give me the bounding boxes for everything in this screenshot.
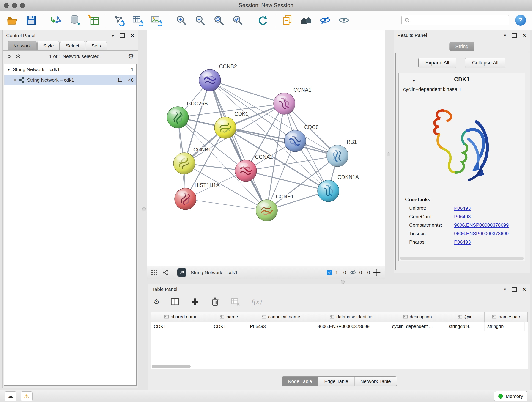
import-table-button[interactable]: [87, 14, 100, 27]
node-label-CDC25B: CDC25B: [187, 101, 208, 107]
cloud-status-button[interactable]: ☁: [5, 391, 17, 401]
network-share-icon[interactable]: [162, 269, 169, 276]
help-button[interactable]: ?: [515, 15, 526, 26]
crosslink-value-link[interactable]: P06493: [454, 214, 471, 219]
collection-count: 1: [131, 67, 133, 72]
panel-close-icon[interactable]: ✕: [130, 33, 134, 38]
close-window-button[interactable]: [4, 3, 9, 8]
hide-selected-button[interactable]: [319, 14, 331, 27]
memory-label: Memory: [506, 394, 523, 399]
zoom-window-button[interactable]: [20, 3, 25, 8]
results-horizontal-scrollbar[interactable]: [400, 257, 524, 260]
network-node-CCNA2[interactable]: [235, 160, 257, 182]
tab-string[interactable]: String: [449, 42, 474, 51]
tree-expand-icon[interactable]: ▼: [7, 68, 11, 71]
network-node-CDC25B[interactable]: [167, 107, 189, 128]
panel-menu-icon[interactable]: ▾: [504, 287, 506, 292]
zoom-in-button[interactable]: [175, 14, 188, 27]
refresh-view-button[interactable]: [256, 14, 269, 27]
tab-sets[interactable]: Sets: [86, 41, 107, 51]
network-options-gear-icon[interactable]: ⚙: [128, 53, 134, 60]
memory-button[interactable]: Memory: [494, 391, 527, 401]
vertical-splitter-handle[interactable]: [142, 207, 146, 211]
results-panel: Results Panel ▾ ✕ String Expand All Coll…: [394, 30, 530, 273]
network-node-CCNB1[interactable]: [173, 153, 195, 174]
table-row[interactable]: CDK1CDK1P064939606.ENSP00000378699cyclin…: [151, 322, 528, 331]
network-node-CCNB2[interactable]: [199, 70, 221, 91]
column-header[interactable]: database identifier: [315, 312, 389, 322]
import-network-file-button[interactable]: [50, 14, 63, 27]
crosslink-value-link[interactable]: P06493: [454, 205, 471, 211]
panel-menu-icon[interactable]: ▾: [112, 33, 114, 38]
export-table-button[interactable]: [131, 14, 144, 27]
network-node-CDC6[interactable]: [284, 130, 306, 152]
copy-documents-icon: [282, 14, 293, 26]
panel-float-icon[interactable]: [120, 33, 125, 38]
minimize-window-button[interactable]: [12, 3, 17, 8]
network-row-selected[interactable]: String Network – cdk1 11 48: [4, 75, 136, 85]
network-node-CDK1[interactable]: [215, 117, 236, 138]
search-box[interactable]: [401, 15, 509, 26]
panel-float-icon[interactable]: [512, 287, 517, 292]
crosslink-value-link[interactable]: 9606.ENSP00000378699: [454, 231, 509, 236]
table-horizontal-scrollbar[interactable]: [152, 365, 191, 368]
tab-network[interactable]: Network: [7, 41, 37, 51]
warnings-button[interactable]: ⚠: [21, 391, 32, 401]
crosslink-value-link[interactable]: P06493: [454, 239, 471, 245]
zoom-selected-button[interactable]: [231, 14, 244, 27]
add-column-icon[interactable]: [190, 297, 200, 307]
birdseye-view-button[interactable]: [300, 14, 313, 27]
zoom-out-button[interactable]: [194, 14, 206, 27]
export-image-button[interactable]: [150, 14, 163, 27]
tab-edge-table[interactable]: Edge Table: [318, 376, 355, 386]
panel-float-icon[interactable]: [512, 33, 517, 38]
column-header[interactable]: canonical name: [247, 312, 315, 322]
column-header[interactable]: namespac: [485, 312, 528, 322]
network-tree: ▼ String Network – cdk1 1 String Network…: [4, 64, 137, 386]
hidden-eye-slash-icon[interactable]: [349, 269, 356, 276]
network-node-CCNA1[interactable]: [273, 93, 295, 114]
panel-close-icon[interactable]: ✕: [522, 33, 526, 38]
import-network-database-button[interactable]: [69, 14, 81, 27]
column-header[interactable]: shared name: [151, 312, 211, 322]
grid-view-icon[interactable]: [151, 269, 158, 276]
selected-checkbox-icon[interactable]: [327, 270, 332, 275]
network-node-HIST1H1A[interactable]: [175, 188, 196, 210]
show-all-button[interactable]: [337, 14, 350, 27]
expand-all-icon[interactable]: [15, 54, 21, 59]
tab-network-table[interactable]: Network Table: [354, 376, 397, 386]
delete-column-icon[interactable]: [210, 297, 220, 307]
tab-node-table[interactable]: Node Table: [282, 376, 318, 386]
network-canvas[interactable]: CCNB2CCNA1CDC25BCDK1CDC6RB1CCNB1CCNA2CDK…: [147, 31, 385, 266]
column-header[interactable]: description: [389, 312, 446, 322]
crosslink-value-link[interactable]: 9606.ENSP00000378699: [454, 222, 509, 228]
collapse-all-button[interactable]: Collapse All: [465, 57, 506, 68]
panel-menu-icon[interactable]: ▾: [504, 33, 506, 38]
clone-network-button[interactable]: [281, 14, 294, 27]
network-node-CCNE1[interactable]: [256, 200, 278, 221]
column-header[interactable]: @id: [446, 312, 485, 322]
new-network-from-selection-button[interactable]: [112, 14, 125, 27]
vertical-splitter-handle[interactable]: [386, 153, 390, 156]
table-cell: cyclin–dependent ...: [389, 322, 446, 331]
search-input[interactable]: [412, 17, 506, 23]
tab-select[interactable]: Select: [60, 41, 85, 51]
table-options-gear-icon[interactable]: ⚙: [153, 298, 160, 305]
tab-style[interactable]: Style: [37, 41, 60, 51]
horizontal-splitter-handle[interactable]: [341, 280, 345, 284]
collapse-all-icon[interactable]: [7, 54, 12, 59]
network-node-RB1[interactable]: [327, 145, 348, 167]
pan-crosshair-icon[interactable]: [373, 269, 380, 276]
network-node-CDKN1A[interactable]: [317, 180, 339, 202]
panel-close-icon[interactable]: ✕: [522, 287, 526, 292]
network-edges[interactable]: [178, 80, 337, 211]
column-header[interactable]: name: [211, 312, 247, 322]
open-in-window-button[interactable]: [177, 268, 186, 277]
zoom-fit-button[interactable]: [212, 14, 225, 27]
open-session-button[interactable]: [6, 14, 19, 27]
network-collection-row[interactable]: ▼ String Network – cdk1 1: [4, 64, 136, 75]
collapse-entry-icon[interactable]: ▼: [412, 79, 416, 83]
save-session-button[interactable]: [25, 14, 38, 27]
show-columns-icon[interactable]: [170, 297, 180, 307]
expand-all-button[interactable]: Expand All: [418, 57, 456, 68]
